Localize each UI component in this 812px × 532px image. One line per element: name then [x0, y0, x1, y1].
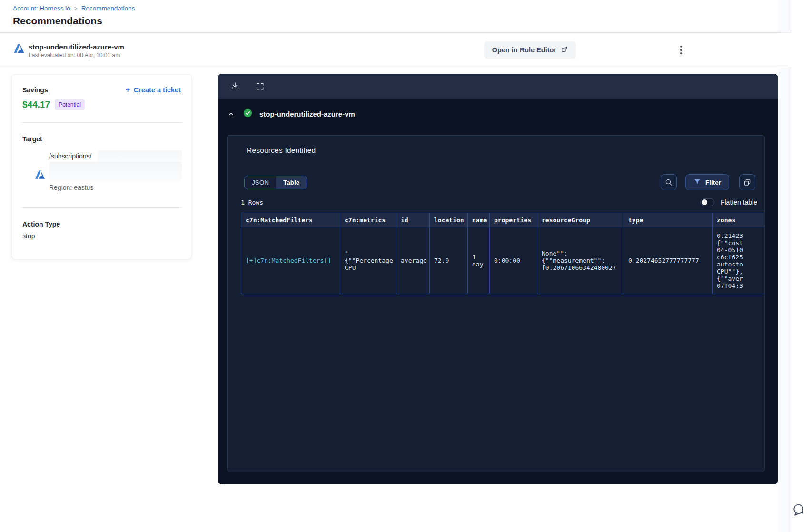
toggle-switch[interactable]	[700, 198, 714, 206]
redacted-text-block	[49, 162, 182, 181]
azure-logo-icon	[13, 43, 25, 54]
column-header-resourcegroup: resourceGroup	[537, 213, 624, 227]
column-header-type: type	[624, 213, 713, 227]
column-header-properties: properties	[490, 213, 537, 227]
last-evaluated-text: Last evaluated on: 08 Apr, 10:01 am	[29, 52, 120, 59]
resources-card: Resources Identified JSON Table Filter	[227, 135, 765, 472]
page-title: Recommendations	[13, 15, 102, 27]
action-type-label: Action Type	[22, 220, 181, 228]
fullscreen-icon[interactable]	[254, 80, 266, 92]
panel-toolbar	[218, 74, 778, 99]
column-header-location: location	[430, 213, 468, 227]
tab-label: Resources Identified	[242, 146, 320, 155]
target-block: /subscriptions/ Region: eastus	[22, 149, 181, 195]
table-cell-c7n-metrics: " {""Percentage CPU	[340, 227, 396, 294]
view-table-button[interactable]: Table	[276, 176, 307, 189]
table-cell-zones: 0.21423 {""cost 04-05T0 c6cf625 autosto …	[713, 227, 765, 294]
create-ticket-label: Create a ticket	[134, 86, 181, 94]
table-cell-type: 0.20274652777777777	[624, 227, 713, 294]
support-chat-icon[interactable]	[790, 502, 806, 519]
search-icon[interactable]	[661, 174, 677, 190]
filter-button[interactable]: Filter	[685, 174, 729, 190]
create-ticket-button[interactable]: + Create a ticket	[125, 86, 181, 94]
column-header-c7n-metrics: c7n:metrics	[340, 213, 396, 227]
redacted-text-block	[98, 150, 182, 162]
table-cell-location: 72.0	[430, 227, 468, 294]
open-in-rule-editor-label: Open in Rule Editor	[492, 46, 556, 54]
table-row: [+]c7n:MatchedFilters[]" {""Percentage C…	[241, 227, 765, 294]
column-header-c7n-matchedfilters: c7n:MatchedFilters	[241, 213, 340, 227]
savings-amount: $44.17	[22, 99, 50, 110]
scroll-gutter	[778, 0, 791, 532]
column-header-zones: zones	[713, 213, 765, 227]
plus-icon: +	[125, 87, 130, 93]
resources-table: c7n:MatchedFiltersc7n:metricsidlocationn…	[241, 213, 765, 294]
copy-icon[interactable]	[739, 174, 755, 190]
table-cell-resourcegroup: None"": {""measurement"": [0.20671066342…	[537, 227, 624, 294]
divider	[21, 207, 182, 208]
target-label: Target	[22, 135, 181, 143]
table-cell-id: average	[396, 227, 430, 294]
download-icon[interactable]	[229, 80, 241, 92]
divider	[21, 122, 182, 123]
column-header-name: name	[468, 213, 490, 227]
flatten-table-label: Flatten table	[721, 198, 757, 206]
table-cell-properties: 0:00:00	[490, 227, 537, 294]
savings-label: Savings	[22, 86, 48, 94]
rows-count: 1 Rows	[241, 199, 263, 206]
external-link-icon	[561, 46, 568, 54]
table-cell-name: 1 day	[468, 227, 490, 294]
action-type-value: stop	[22, 232, 181, 240]
potential-badge: Potential	[55, 99, 85, 110]
breadcrumb-separator: >	[74, 5, 78, 12]
summary-card: Savings + Create a ticket $44.17 Potenti…	[11, 74, 192, 259]
resources-table-wrap: c7n:MatchedFiltersc7n:metricsidlocationn…	[241, 213, 765, 294]
check-circle-icon	[243, 108, 253, 120]
column-header-id: id	[396, 213, 430, 227]
open-in-rule-editor-button[interactable]: Open in Rule Editor	[484, 41, 576, 59]
recommendation-header: stop-underutilized-azure-vm Last evaluat…	[0, 33, 791, 68]
matched-filters-expander[interactable]: [+]c7n:MatchedFilters[]	[241, 227, 340, 294]
recommendation-name: stop-underutilized-azure-vm	[29, 43, 124, 51]
filter-label: Filter	[705, 179, 721, 186]
target-path: /subscriptions/	[49, 152, 91, 160]
panel-resource-title: stop-underutilized-azure-vm	[259, 110, 355, 118]
funnel-icon	[693, 178, 701, 187]
chevron-up-icon[interactable]	[226, 108, 236, 119]
tab-resources-identified[interactable]: Resources Identified	[242, 146, 320, 155]
view-json-button[interactable]: JSON	[245, 176, 276, 189]
resources-panel: stop-underutilized-azure-vm Resources Id…	[218, 74, 778, 484]
target-region: Region: eastus	[49, 184, 93, 191]
kebab-menu-icon[interactable]	[675, 43, 687, 58]
azure-logo-icon	[35, 169, 45, 180]
breadcrumb: Account: Harness.io > Recommendations	[13, 5, 135, 12]
breadcrumb-current-link[interactable]: Recommendations	[81, 5, 135, 12]
flatten-table-toggle[interactable]: Flatten table	[700, 198, 757, 206]
table-meta-row: 1 Rows Flatten table	[241, 198, 757, 206]
panel-title-row: stop-underutilized-azure-vm	[218, 105, 355, 122]
recommendations-page: Account: Harness.io > Recommendations Re…	[0, 0, 812, 532]
view-toggle: JSON Table	[244, 176, 307, 189]
breadcrumb-account-link[interactable]: Account: Harness.io	[13, 5, 70, 12]
toggle-knob	[702, 199, 707, 205]
